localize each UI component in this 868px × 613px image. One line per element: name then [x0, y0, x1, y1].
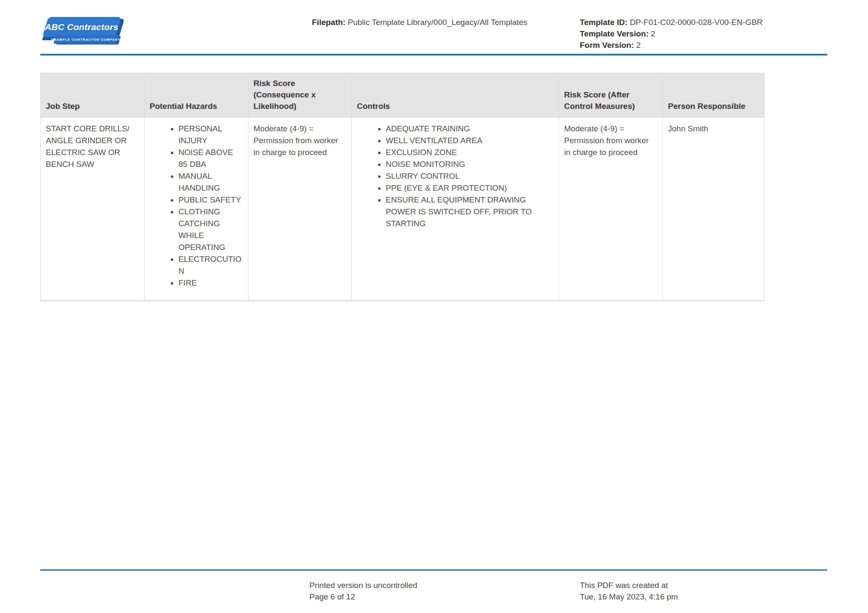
filepath-label: Filepath: — [312, 18, 345, 27]
list-item: PERSONAL INJURY — [178, 123, 243, 147]
list-item: ELECTROCUTION — [178, 253, 243, 277]
risk-score-after-text: Moderate (4-9) = Permission from worker … — [564, 123, 651, 158]
uncontrolled-notice: Printed version is uncontrolled — [309, 580, 417, 591]
form-version-label: Form Version: — [580, 41, 634, 50]
cell-potential-hazards: PERSONAL INJURYNOISE ABOVE 85 DBAMANUAL … — [145, 118, 248, 301]
list-item: EXCLUSION ZONE — [386, 147, 554, 158]
template-id-value: DP-F01-C02-0000-028-V00-EN-GBR — [630, 18, 763, 27]
template-id-label: Template ID: — [580, 18, 628, 27]
list-item: CLOTHING CATCHING WHILE OPERATING — [178, 206, 243, 253]
list-item: ENSURE ALL EQUIPMENT DRAWING POWER IS SW… — [386, 194, 554, 230]
person-responsible-text: John Smith — [668, 123, 759, 135]
filepath-line: Filepath: Public Template Library/000_Le… — [312, 17, 527, 28]
form-version-line: Form Version: 2 — [580, 39, 763, 51]
filepath-value: Public Template Library/000_Legacy/All T… — [348, 18, 527, 27]
col-header-risk-score-after: Risk Score (After Control Measures) — [559, 73, 663, 118]
form-version-value: 2 — [636, 41, 641, 50]
controls-list: ADEQUATE TRAININGWELL VENTILATED AREAEXC… — [357, 123, 554, 230]
cell-risk-score: Moderate (4-9) = Permission from worker … — [248, 118, 352, 301]
pdf-created-timestamp: Tue, 16 May 2023, 4:16 pm — [580, 591, 678, 602]
footer-right-block: This PDF was created at Tue, 16 May 2023… — [580, 580, 678, 602]
cell-job-step: START CORE DRILLS/ ANGLE GRINDER OR ELEC… — [41, 118, 145, 301]
table-row: START CORE DRILLS/ ANGLE GRINDER OR ELEC… — [41, 118, 765, 301]
template-version-value: 2 — [651, 29, 656, 38]
template-version-line: Template Version: 2 — [580, 28, 763, 39]
col-header-controls: Controls — [352, 73, 559, 118]
table-header-row: Job Step Potential Hazards Risk Score (C… — [41, 73, 765, 118]
risk-assessment-table: Job Step Potential Hazards Risk Score (C… — [40, 73, 765, 301]
list-item: NOISE ABOVE 85 DBA — [178, 147, 243, 170]
list-item: WELL VENTILATED AREA — [386, 135, 554, 147]
cell-controls: ADEQUATE TRAININGWELL VENTILATED AREAEXC… — [352, 118, 559, 301]
page-number: Page 6 of 12 — [309, 591, 417, 602]
header-divider-rule — [40, 54, 827, 55]
logo-subtitle: EXAMPLE CONTRACTOR COMPANY — [51, 38, 121, 42]
col-header-job-step: Job Step — [41, 73, 145, 118]
logo-main-shape: ABC Contractors — [42, 17, 121, 37]
logo-subtitle-banner: EXAMPLE CONTRACTOR COMPANY — [53, 35, 119, 44]
col-header-risk-score: Risk Score (Consequence x Likelihood) — [248, 73, 352, 118]
pdf-page: ABC Contractors EXAMPLE CONTRACTOR COMPA… — [0, 0, 868, 613]
col-header-person-responsible: Person Responsible — [663, 73, 765, 118]
cell-risk-score-after: Moderate (4-9) = Permission from worker … — [559, 118, 663, 301]
list-item: NOISE MONITORING — [386, 158, 554, 170]
list-item: FIRE — [178, 277, 243, 289]
hazards-list: PERSONAL INJURYNOISE ABOVE 85 DBAMANUAL … — [150, 123, 243, 289]
logo-title: ABC Contractors — [45, 22, 118, 32]
footer-divider-rule — [40, 569, 827, 571]
list-item: PPE (EYE & EAR PROTECTION) — [386, 182, 554, 194]
template-meta: Template ID: DP-F01-C02-0000-028-V00-EN-… — [580, 17, 763, 51]
company-logo: ABC Contractors EXAMPLE CONTRACTOR COMPA… — [41, 17, 126, 45]
pdf-created-label: This PDF was created at — [580, 580, 678, 591]
footer-left-block: Printed version is uncontrolled Page 6 o… — [309, 580, 417, 602]
list-item: ADEQUATE TRAINING — [386, 123, 554, 135]
list-item: MANUAL HANDLING — [178, 170, 243, 194]
col-header-potential-hazards: Potential Hazards — [145, 73, 248, 118]
cell-person-responsible: John Smith — [663, 118, 765, 301]
job-step-text: START CORE DRILLS/ ANGLE GRINDER OR ELEC… — [46, 123, 139, 170]
list-item: SLURRY CONTROL — [386, 170, 554, 182]
template-id-line: Template ID: DP-F01-C02-0000-028-V00-EN-… — [580, 17, 763, 28]
list-item: PUBLIC SAFETY — [178, 194, 243, 206]
risk-score-text: Moderate (4-9) = Permission from worker … — [253, 123, 339, 158]
template-version-label: Template Version: — [580, 29, 648, 38]
